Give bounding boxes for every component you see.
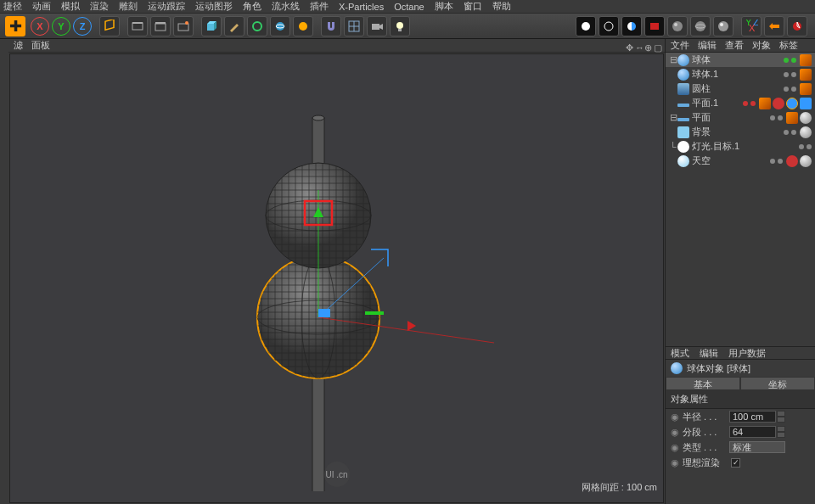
phong-tag-icon[interactable] <box>786 112 798 124</box>
radius-input[interactable]: 100 cm <box>729 411 776 423</box>
tree-row[interactable]: └ 灯光.目标.1 <box>666 139 815 154</box>
visibility-dot[interactable] <box>784 87 789 92</box>
type-combo[interactable]: 标准 <box>729 441 785 453</box>
visibility-dot[interactable] <box>799 144 804 149</box>
menu-item[interactable]: 窗口 <box>464 0 482 13</box>
target-tag-icon[interactable] <box>800 98 812 109</box>
viewport-filter-label[interactable]: 滤 <box>14 39 23 52</box>
vp-pan-icon[interactable]: ↔ <box>635 42 641 48</box>
tree-row[interactable]: 天空 <box>666 154 815 168</box>
menu-item[interactable]: 动画 <box>32 0 51 13</box>
attr-subtab-coord[interactable]: 坐标 <box>740 377 815 390</box>
om-tab[interactable]: 查看 <box>725 39 744 52</box>
sel-tag-icon[interactable] <box>786 98 798 109</box>
world-axis-button[interactable]: YZX <box>741 16 762 36</box>
shading-wire-button[interactable] <box>599 16 619 36</box>
menu-item[interactable]: 运动图形 <box>195 0 233 13</box>
clapboard-button[interactable] <box>150 16 171 36</box>
animation-button[interactable] <box>127 16 148 36</box>
attr-tab[interactable]: 模式 <box>671 347 689 360</box>
menu-item[interactable]: 脚本 <box>435 0 453 13</box>
segments-input[interactable]: 64 <box>729 426 776 438</box>
segments-spinner[interactable] <box>777 426 785 438</box>
tree-row-sphere[interactable]: ⊟ 球体 <box>666 53 815 67</box>
comp-tag-icon[interactable] <box>773 98 784 109</box>
camera-button[interactable] <box>367 16 387 36</box>
visibility-dot[interactable] <box>784 58 789 63</box>
viewport[interactable]: UI .cn <box>9 53 664 503</box>
menu-item[interactable]: 捷径 <box>3 0 22 13</box>
material-tag-icon[interactable] <box>800 126 812 138</box>
tree-row[interactable]: 背景 <box>666 125 815 139</box>
vp-nav-icon[interactable]: ✥ <box>626 42 632 48</box>
deformer-button[interactable] <box>247 16 267 36</box>
visibility-dot[interactable] <box>743 101 748 106</box>
visibility-dot[interactable] <box>770 115 775 120</box>
vp-zoom-icon[interactable]: ⊕ <box>644 42 650 48</box>
vp-max-icon[interactable]: ▢ <box>654 42 660 48</box>
menu-item[interactable]: 角色 <box>243 0 261 13</box>
material-tag-icon[interactable] <box>800 155 812 167</box>
render-dot[interactable] <box>791 58 796 63</box>
viewport-panel-label[interactable]: 面板 <box>31 39 50 52</box>
axis-z-button[interactable]: Z <box>73 17 92 36</box>
render-dot[interactable] <box>778 115 783 120</box>
material-tag-icon[interactable] <box>800 112 812 124</box>
phong-tag-icon[interactable] <box>759 98 771 109</box>
tree-row[interactable]: 平面.1 <box>666 96 815 110</box>
primitive-cube-button[interactable] <box>201 16 222 36</box>
add-object-button[interactable]: ✚ <box>5 16 25 36</box>
visibility-dot[interactable] <box>784 130 789 135</box>
phong-tag-icon[interactable] <box>800 69 812 81</box>
visibility-dot[interactable] <box>770 159 775 164</box>
tree-row[interactable]: 圆柱 <box>666 81 815 96</box>
menu-item[interactable]: 流水线 <box>272 0 300 13</box>
menu-item[interactable]: 帮助 <box>492 0 511 13</box>
menu-item[interactable]: 模拟 <box>61 0 80 13</box>
shading-flat-button[interactable] <box>576 16 596 36</box>
attr-tab[interactable]: 用户数据 <box>728 347 766 360</box>
menu-item[interactable]: X-Particles <box>339 2 384 12</box>
axis-x-button[interactable]: X <box>31 17 49 36</box>
history-button[interactable] <box>787 16 807 36</box>
phong-tag-icon[interactable] <box>800 54 812 66</box>
phong-tag-icon[interactable] <box>800 83 812 95</box>
menu-item[interactable]: 运动跟踪 <box>148 0 185 13</box>
sphere-preview-button[interactable] <box>667 16 688 36</box>
grid-button[interactable] <box>344 16 364 36</box>
menu-item[interactable]: Octane <box>394 2 424 12</box>
tree-toggle-icon[interactable]: ⊟ <box>669 54 677 65</box>
menu-item[interactable]: 渲染 <box>90 0 109 13</box>
attr-tab[interactable]: 编辑 <box>700 347 718 360</box>
radius-spinner[interactable] <box>777 411 785 423</box>
menu-item[interactable]: 插件 <box>310 0 329 13</box>
render-dot[interactable] <box>791 72 796 77</box>
sphere-shaded-button[interactable] <box>713 16 734 36</box>
menu-item[interactable]: 雕刻 <box>119 0 138 13</box>
pen-tool-button[interactable] <box>224 16 244 36</box>
om-tab[interactable]: 对象 <box>752 39 771 52</box>
cube-tool-button[interactable] <box>99 16 120 36</box>
physics-button[interactable] <box>293 16 313 36</box>
om-tab[interactable]: 文件 <box>671 39 689 52</box>
ideal-checkbox[interactable] <box>731 458 740 468</box>
shading-split-button[interactable] <box>621 16 642 36</box>
render-dot[interactable] <box>778 159 783 164</box>
visibility-dot[interactable] <box>784 72 789 77</box>
comp-tag-icon[interactable] <box>786 155 798 167</box>
attr-subtab-basic[interactable]: 基本 <box>666 377 740 390</box>
render-dot[interactable] <box>791 130 796 135</box>
environment-button[interactable] <box>270 16 290 36</box>
snap-button[interactable] <box>764 16 784 36</box>
axis-y-button[interactable]: Y <box>52 17 70 36</box>
render-dot[interactable] <box>750 101 756 106</box>
record-button[interactable] <box>644 16 665 36</box>
sphere-grid-button[interactable] <box>690 16 711 36</box>
tree-toggle-icon[interactable]: ⊟ <box>669 112 677 123</box>
render-dot[interactable] <box>791 87 796 92</box>
tree-row[interactable]: 球体.1 <box>666 67 815 81</box>
light-button[interactable] <box>390 16 410 36</box>
om-tab[interactable]: 标签 <box>779 39 798 52</box>
om-tab[interactable]: 编辑 <box>698 39 717 52</box>
render-button[interactable] <box>173 16 194 36</box>
